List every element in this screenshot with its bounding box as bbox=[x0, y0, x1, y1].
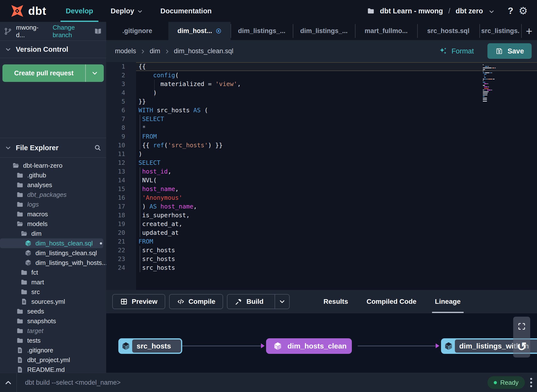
tree-item-tests[interactable]: tests bbox=[0, 336, 103, 345]
minimap-line bbox=[483, 79, 497, 79]
tree-item-src[interactable]: src bbox=[0, 287, 103, 297]
panel-tab-lineage[interactable]: Lineage bbox=[426, 290, 470, 313]
minimap-line bbox=[483, 68, 497, 68]
tree-item-mart[interactable]: mart bbox=[0, 277, 103, 287]
line-number: 2 bbox=[106, 71, 136, 80]
line-number: 17 bbox=[106, 202, 136, 211]
tree-item-dbt-learn-zero[interactable]: dbt-learn-zero bbox=[0, 161, 103, 170]
line-content: {{ ref('src_hosts') }} bbox=[136, 141, 537, 150]
compile-button[interactable]: Compile bbox=[169, 294, 223, 309]
tree-item-README.md[interactable]: README.md bbox=[0, 365, 103, 373]
minimap-line bbox=[483, 95, 497, 95]
tree-item-label: sources.yml bbox=[31, 298, 65, 305]
tab-label: src_listings. bbox=[481, 27, 520, 35]
line-number: 16 bbox=[106, 193, 136, 202]
create-pull-request-label[interactable]: Create pull request bbox=[2, 64, 86, 82]
pr-dropdown-button[interactable] bbox=[86, 64, 104, 82]
tab-dim_listings_...[interactable]: dim_listings_... bbox=[293, 22, 355, 40]
edge-arrow-icon bbox=[436, 343, 439, 348]
nav-item-develop[interactable]: Develop bbox=[57, 0, 102, 22]
tree-item-label: src bbox=[31, 288, 40, 296]
indent-guide-line bbox=[154, 88, 155, 97]
format-button[interactable]: Format bbox=[439, 47, 474, 55]
refresh-lineage-icon[interactable]: ↺ bbox=[517, 341, 527, 353]
lineage-canvas[interactable]: src_hostsdim_hosts_cleandim_listings_wit… bbox=[106, 313, 537, 373]
line-number: 23 bbox=[106, 255, 136, 263]
nav-item-deploy[interactable]: Deploy bbox=[102, 0, 152, 22]
tree-item-snapshots[interactable]: snapshots bbox=[0, 316, 103, 326]
command-input[interactable]: dbt build --select <model_name> bbox=[25, 379, 121, 386]
command-bar-toggle[interactable] bbox=[0, 373, 17, 392]
save-button[interactable]: Save bbox=[487, 43, 532, 59]
panel-tab-label: Results bbox=[323, 298, 348, 305]
panel-tab-compiled-code[interactable]: Compiled Code bbox=[357, 290, 425, 313]
help-button[interactable]: ? bbox=[508, 6, 513, 16]
breadcrumb-item[interactable]: dim_hosts_clean.sql bbox=[174, 47, 234, 55]
tree-item-dim_listings_with_hosts...[interactable]: dim_listings_with_hosts... bbox=[0, 258, 103, 268]
tree-item-analyses[interactable]: analyses bbox=[0, 180, 103, 190]
tree-item-logs[interactable]: logs bbox=[0, 200, 103, 209]
editor-minimap[interactable] bbox=[483, 64, 497, 102]
lineage-node-src_hosts[interactable]: src_hosts bbox=[118, 338, 182, 354]
version-control-title: Version Control bbox=[16, 45, 68, 53]
tree-item-models[interactable]: models bbox=[0, 219, 103, 229]
search-icon[interactable] bbox=[94, 144, 101, 151]
tab-.gitignore[interactable]: .gitignore bbox=[106, 22, 168, 40]
fullscreen-icon[interactable] bbox=[517, 322, 526, 331]
tab-src_hosts.sql[interactable]: src_hosts.sql bbox=[417, 22, 479, 40]
project-folder-icon bbox=[367, 7, 375, 15]
docs-book-icon[interactable] bbox=[94, 27, 102, 35]
build-dropdown-button[interactable] bbox=[275, 295, 289, 309]
tree-item-fct[interactable]: fct bbox=[0, 268, 103, 277]
preview-label: Preview bbox=[132, 298, 157, 305]
chevron-up-icon bbox=[4, 378, 12, 387]
main-area: mwong-d... Change branch Version Control… bbox=[0, 22, 537, 373]
indent-guide-line bbox=[140, 141, 140, 150]
account-name[interactable]: dbt Learn - mwong bbox=[380, 7, 443, 15]
tab-dim_listings_...[interactable]: dim_listings_... bbox=[231, 22, 293, 40]
line-number: 7 bbox=[106, 115, 136, 123]
file-explorer-header[interactable]: File Explorer bbox=[0, 138, 106, 158]
new-tab-button[interactable]: + bbox=[521, 22, 537, 40]
lineage-node-dim_hosts_clean[interactable]: dim_hosts_clean bbox=[266, 338, 352, 354]
tab-src_listings.[interactable]: src_listings. bbox=[479, 22, 521, 40]
line-content: src_hosts bbox=[136, 246, 537, 255]
kebab-menu-icon[interactable] bbox=[530, 378, 532, 387]
tree-item-macros[interactable]: macros bbox=[0, 209, 103, 219]
tree-item-sources.yml[interactable]: sources.yml bbox=[0, 297, 103, 306]
code-line: 8 * bbox=[106, 123, 537, 132]
line-number: 13 bbox=[106, 167, 136, 176]
code-editor[interactable]: 1{{2 config(3 materialized = 'view',4 )5… bbox=[106, 62, 537, 290]
tree-item-target[interactable]: target bbox=[0, 326, 103, 336]
tab-dim_host...[interactable]: dim_host... bbox=[168, 22, 231, 40]
breadcrumb-item[interactable]: dim bbox=[150, 47, 160, 55]
environment-name[interactable]: dbt zero bbox=[456, 7, 483, 15]
breadcrumb-item[interactable]: models bbox=[115, 47, 136, 55]
tree-item-.github[interactable]: .github bbox=[0, 170, 103, 180]
settings-gear-icon[interactable]: ⚙ bbox=[519, 6, 528, 16]
tree-item-dim_hosts_clean.sql[interactable]: dim_hosts_clean.sql bbox=[0, 238, 103, 248]
folder-icon bbox=[16, 308, 24, 315]
indent-guide-line bbox=[140, 132, 140, 141]
build-main[interactable]: Build bbox=[227, 295, 271, 309]
tab-mart_fullmo...[interactable]: mart_fullmo... bbox=[355, 22, 417, 40]
change-branch-link[interactable]: Change branch bbox=[53, 24, 94, 39]
line-content: ) bbox=[136, 88, 537, 97]
folder-icon bbox=[16, 201, 24, 208]
create-pull-request-button[interactable]: Create pull request bbox=[2, 64, 104, 82]
line-number: 24 bbox=[106, 263, 136, 272]
chevron-down-icon[interactable] bbox=[488, 9, 495, 15]
tree-item-dim_listings_clean.sql[interactable]: dim_listings_clean.sql bbox=[0, 248, 103, 258]
build-button[interactable]: Build bbox=[227, 294, 290, 309]
minimap-line bbox=[483, 85, 497, 86]
tree-item-dbt_packages[interactable]: dbt_packages bbox=[0, 190, 103, 200]
nav-item-documentation[interactable]: Documentation bbox=[152, 0, 220, 22]
version-control-header[interactable]: Version Control bbox=[0, 41, 106, 58]
preview-button[interactable]: Preview bbox=[112, 294, 165, 309]
panel-tab-results[interactable]: Results bbox=[314, 290, 357, 313]
tree-item-.gitignore[interactable]: .gitignore bbox=[0, 345, 103, 355]
tree-item-dbt_project.yml[interactable]: dbt_project.yml bbox=[0, 355, 103, 365]
tree-item-dim[interactable]: dim bbox=[0, 229, 103, 238]
tree-item-seeds[interactable]: seeds bbox=[0, 306, 103, 316]
dbt-logo[interactable]: dbt bbox=[0, 0, 57, 22]
